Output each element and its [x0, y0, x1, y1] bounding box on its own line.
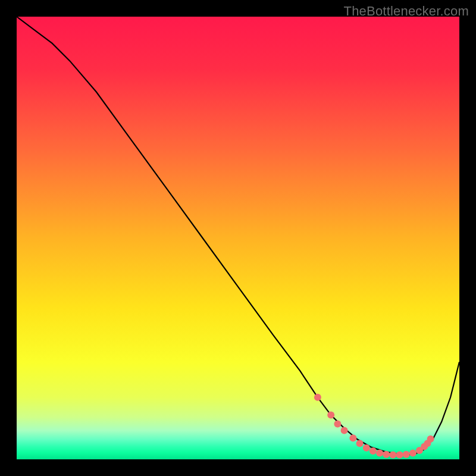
marker-point	[389, 452, 396, 459]
bottleneck-chart	[17, 17, 459, 459]
chart-frame	[17, 17, 459, 459]
marker-point	[363, 444, 370, 452]
marker-point	[356, 440, 364, 447]
marker-point	[376, 450, 383, 457]
marker-point	[369, 447, 377, 455]
marker-point	[334, 421, 341, 428]
marker-point	[383, 451, 390, 458]
marker-point	[409, 450, 416, 457]
marker-point	[314, 394, 321, 401]
marker-point	[427, 436, 434, 443]
marker-point	[341, 427, 348, 434]
marker-point	[396, 452, 403, 459]
marker-point	[327, 412, 334, 419]
marker-point	[403, 451, 410, 458]
gradient-background	[17, 17, 459, 459]
marker-point	[349, 434, 356, 441]
